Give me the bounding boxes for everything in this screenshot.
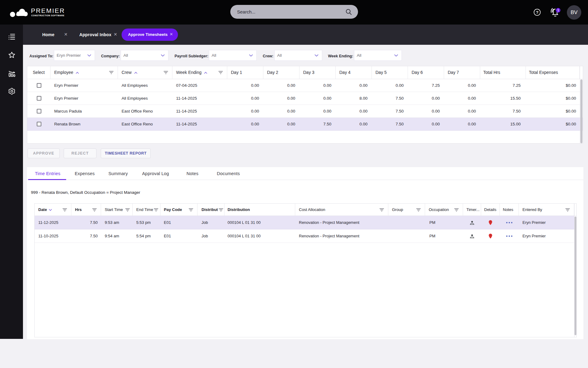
svg-text:?: ? [536, 10, 538, 15]
